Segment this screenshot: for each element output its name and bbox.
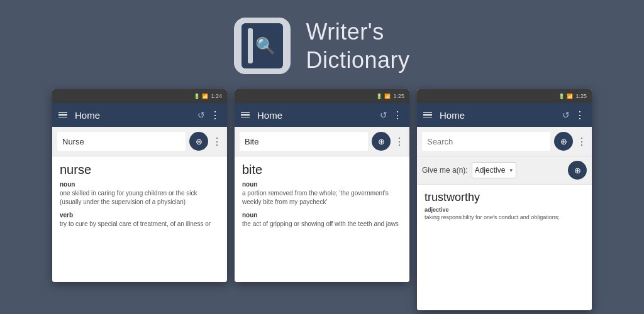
word-title-1: nurse: [60, 163, 219, 177]
action-bar-title-3: Home: [440, 110, 557, 121]
more-btn-1[interactable]: ⋮: [210, 109, 221, 121]
word-title-2: bite: [242, 163, 402, 177]
signal-icon-2: 📶: [384, 94, 391, 99]
status-time-1: 1:24: [211, 93, 222, 99]
status-bar-2: 🔋 📶 1:25: [235, 89, 409, 103]
battery-icon-3: 🔋: [558, 94, 565, 99]
battery-icon: 🔋: [194, 94, 200, 99]
battery-icon-2: 🔋: [376, 94, 382, 99]
hamburger-menu-1[interactable]: [58, 112, 67, 118]
word-pos-1-1: verb: [60, 212, 219, 219]
content-area-3: trustworthy adjective taking responsibil…: [417, 185, 592, 310]
word-pos-1-0: noun: [60, 181, 219, 188]
word-def-1-1: try to cure by special care of treatment…: [60, 220, 219, 229]
app-icon-search-glyph: 🔍: [255, 36, 275, 56]
more-btn-2[interactable]: ⋮: [392, 109, 403, 121]
result-pos-0: adjective: [425, 207, 584, 213]
app-header: 🔍 Writer's Dictionary: [234, 0, 409, 89]
content-area-1: nurse noun one skilled in caring for you…: [52, 156, 227, 282]
signal-icon-3: 📶: [567, 94, 573, 99]
search-more-2[interactable]: ⋮: [394, 136, 404, 148]
action-bar-1: Home ↺ ⋮: [52, 103, 227, 127]
status-bar-3: 🔋 📶 1:25: [417, 89, 592, 103]
search-btn-3[interactable]: ⊕: [554, 132, 573, 151]
status-icons-1: 🔋 📶: [194, 94, 208, 99]
status-time-3: 1:25: [575, 93, 587, 99]
app-title: Writer's Dictionary: [306, 18, 409, 74]
word-def-2-1: the act of gripping or showing off with …: [242, 220, 402, 229]
action-bar-title-1: Home: [75, 110, 192, 121]
status-time-2: 1:25: [393, 93, 404, 99]
go-icon: ⊕: [574, 166, 581, 175]
word-pos-2-1: noun: [242, 212, 402, 219]
search-row-2: ⊕ ⋮: [235, 127, 409, 156]
content-area-2: bite noun a portion removed from the who…: [235, 156, 409, 282]
pos-select-wrapper: Noun Verb Adjective Adverb: [472, 162, 516, 178]
refresh-btn-2[interactable]: ↺: [380, 110, 387, 120]
result-word: trustworthy: [425, 191, 584, 204]
search-icon-3: ⊕: [560, 137, 567, 146]
search-btn-2[interactable]: ⊕: [372, 132, 391, 151]
status-icons-3: 🔋 📶: [558, 94, 573, 99]
word-def-2-0: a portion removed from the whole; 'the g…: [242, 189, 402, 207]
app-icon: 🔍: [234, 18, 291, 74]
phone-2: 🔋 📶 1:25 Home ↺ ⋮ ⊕ ⋮ bite noun a p: [235, 89, 409, 282]
search-more-1[interactable]: ⋮: [212, 136, 222, 148]
search-btn-1[interactable]: ⊕: [189, 132, 208, 151]
random-row: Give me a(n): Noun Verb Adjective Adverb…: [417, 156, 592, 185]
search-input-2[interactable]: [240, 132, 368, 151]
more-btn-3[interactable]: ⋮: [575, 109, 586, 121]
search-input-3[interactable]: [422, 132, 550, 151]
word-def-1-0: one skilled in caring for young children…: [60, 189, 219, 207]
search-input-1[interactable]: [57, 132, 186, 151]
status-bar-1: 🔋 📶 1:24: [52, 89, 227, 103]
phone-3: 🔋 📶 1:25 Home ↺ ⋮ ⊕ ⋮ Give me a(n):: [417, 89, 592, 310]
action-bar-3: Home ↺ ⋮: [417, 103, 592, 127]
search-more-3[interactable]: ⋮: [577, 136, 587, 148]
phones-container: 🔋 📶 1:24 Home ↺ ⋮ ⊕ ⋮ nurse noun on: [27, 89, 617, 310]
action-bar-title-2: Home: [257, 110, 375, 121]
phone-1: 🔋 📶 1:24 Home ↺ ⋮ ⊕ ⋮ nurse noun on: [52, 89, 227, 282]
search-icon-2: ⊕: [378, 137, 385, 146]
status-icons-2: 🔋 📶: [376, 94, 391, 99]
search-row-3: ⊕ ⋮: [417, 127, 592, 156]
hamburger-menu-3[interactable]: [423, 112, 432, 118]
search-row-1: ⊕ ⋮: [52, 127, 227, 156]
give-me-label: Give me a(n):: [422, 166, 468, 175]
word-pos-2-0: noun: [242, 181, 402, 188]
refresh-btn-3[interactable]: ↺: [562, 110, 570, 120]
search-icon-1: ⊕: [196, 137, 203, 146]
refresh-btn-1[interactable]: ↺: [197, 110, 205, 120]
action-bar-2: Home ↺ ⋮: [235, 103, 409, 127]
pos-select[interactable]: Noun Verb Adjective Adverb: [472, 162, 516, 178]
hamburger-menu-2[interactable]: [241, 112, 250, 118]
signal-icon: 📶: [202, 94, 208, 99]
result-def-0: taking responsibility for one's conduct …: [425, 214, 584, 222]
random-go-button[interactable]: ⊕: [568, 161, 587, 180]
